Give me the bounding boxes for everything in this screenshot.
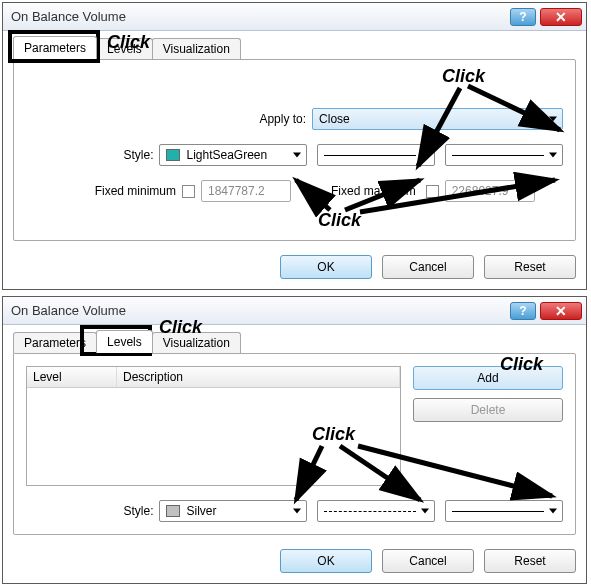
- tab-visualization[interactable]: Visualization: [152, 332, 241, 353]
- parameters-panel: Apply to: Close Style: LightSeaGreen: [13, 59, 576, 241]
- tab-strip: Parameters Levels Visualization: [3, 35, 586, 59]
- line-style-dropdown[interactable]: [317, 500, 435, 522]
- line-preview-dashed: [324, 511, 416, 512]
- button-row: OK Cancel Reset: [3, 543, 586, 583]
- list-header: Level Description: [27, 367, 400, 388]
- levels-panel: Level Description Add Delete Style: Silv…: [13, 353, 576, 535]
- dialog-parameters: On Balance Volume ? ✕ Parameters Levels …: [2, 2, 587, 290]
- tab-strip: Parameters Levels Visualization: [3, 329, 586, 353]
- style-color-name: Silver: [186, 504, 216, 518]
- fixed-min-checkbox[interactable]: [182, 185, 195, 198]
- chevron-down-icon: [421, 509, 429, 514]
- col-description: Description: [117, 367, 400, 387]
- line-preview-solid: [324, 155, 416, 156]
- tab-levels[interactable]: Levels: [96, 38, 153, 59]
- style-label: Style:: [26, 504, 153, 518]
- chevron-down-icon: [549, 153, 557, 158]
- fixed-max-label: Fixed maximum: [331, 184, 416, 198]
- fixed-min-label: Fixed minimum: [26, 184, 176, 198]
- window-title: On Balance Volume: [11, 303, 506, 318]
- chevron-down-icon: [293, 153, 301, 158]
- window-title: On Balance Volume: [11, 9, 506, 24]
- line-width-dropdown[interactable]: [445, 500, 563, 522]
- add-button[interactable]: Add: [413, 366, 563, 390]
- reset-button[interactable]: Reset: [484, 255, 576, 279]
- chevron-down-icon: [549, 509, 557, 514]
- style-color-dropdown[interactable]: Silver: [159, 500, 307, 522]
- fixed-min-input[interactable]: 1847787.2: [201, 180, 291, 202]
- cancel-button[interactable]: Cancel: [382, 255, 474, 279]
- apply-to-value: Close: [319, 112, 350, 126]
- tab-levels[interactable]: Levels: [96, 330, 153, 353]
- tab-visualization[interactable]: Visualization: [152, 38, 241, 59]
- help-button[interactable]: ?: [510, 302, 536, 320]
- titlebar: On Balance Volume ? ✕: [3, 297, 586, 325]
- col-level: Level: [27, 367, 117, 387]
- line-preview-solid: [452, 511, 544, 512]
- tab-parameters[interactable]: Parameters: [13, 332, 97, 353]
- line-style-dropdown[interactable]: [317, 144, 435, 166]
- fixed-max-checkbox[interactable]: [426, 185, 439, 198]
- levels-list[interactable]: Level Description: [26, 366, 401, 486]
- chevron-down-icon: [293, 509, 301, 514]
- apply-to-dropdown[interactable]: Close: [312, 108, 563, 130]
- delete-button[interactable]: Delete: [413, 398, 563, 422]
- apply-to-label: Apply to:: [26, 112, 306, 126]
- close-button[interactable]: ✕: [540, 8, 582, 26]
- color-swatch: [166, 149, 180, 161]
- titlebar: On Balance Volume ? ✕: [3, 3, 586, 31]
- style-label: Style:: [26, 148, 153, 162]
- chevron-down-icon: [421, 153, 429, 158]
- line-preview-solid: [452, 155, 544, 156]
- button-row: OK Cancel Reset: [3, 249, 586, 289]
- chevron-down-icon: [549, 117, 557, 122]
- fixed-max-input[interactable]: 2268027.9: [445, 180, 535, 202]
- help-button[interactable]: ?: [510, 8, 536, 26]
- style-color-dropdown[interactable]: LightSeaGreen: [159, 144, 307, 166]
- dialog-levels: On Balance Volume ? ✕ Parameters Levels …: [2, 296, 587, 584]
- color-swatch: [166, 505, 180, 517]
- reset-button[interactable]: Reset: [484, 549, 576, 573]
- close-button[interactable]: ✕: [540, 302, 582, 320]
- style-color-name: LightSeaGreen: [186, 148, 267, 162]
- line-width-dropdown[interactable]: [445, 144, 563, 166]
- cancel-button[interactable]: Cancel: [382, 549, 474, 573]
- ok-button[interactable]: OK: [280, 255, 372, 279]
- ok-button[interactable]: OK: [280, 549, 372, 573]
- tab-parameters[interactable]: Parameters: [13, 36, 97, 59]
- side-buttons: Add Delete: [413, 366, 563, 486]
